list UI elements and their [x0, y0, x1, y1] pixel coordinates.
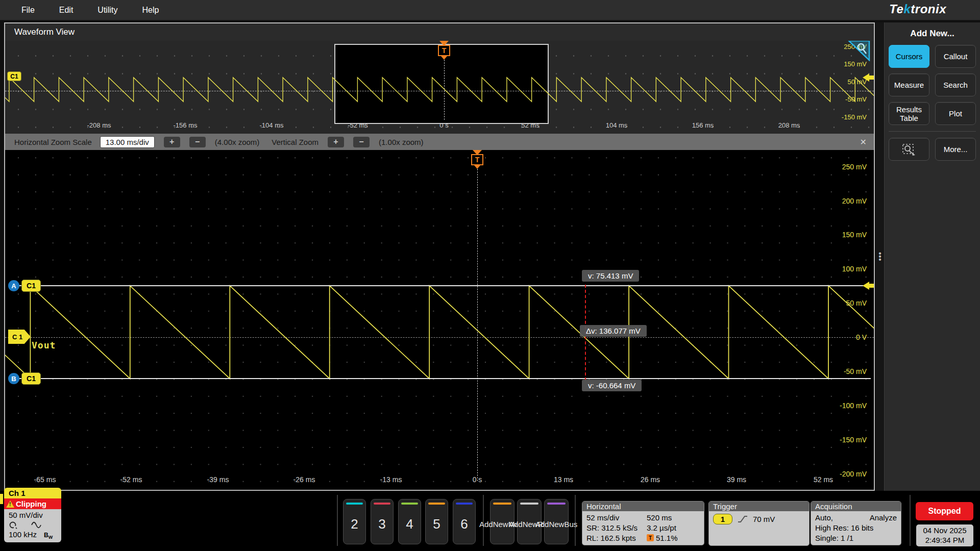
clipping-label: Clipping: [16, 499, 46, 508]
add-new-measure-button[interactable]: Measure: [889, 73, 929, 96]
horizontal-cell: T51.1%: [647, 534, 678, 542]
button-label: AddNewBus: [535, 505, 578, 544]
waveform-view-title: Waveform View: [5, 23, 874, 41]
channel-4-button[interactable]: 4: [398, 499, 421, 544]
channel-3-button[interactable]: 3: [371, 499, 394, 544]
v-zoom-factor: (1.00x zoom): [379, 138, 424, 146]
y-tick-label: -150 mV: [840, 436, 867, 444]
main-waveform-area[interactable]: T v: 75.413 mV Δv: 136.077 mV v: -60.664…: [5, 150, 874, 490]
x-tick-label: 0 s: [473, 475, 482, 484]
horizontal-title: Horizontal: [582, 502, 704, 511]
sidebar-button-grid: CursorsCalloutMeasureSearchResults Table…: [885, 45, 980, 125]
cursor-b-line[interactable]: [9, 378, 871, 379]
add-new-sidebar: Add New... CursorsCalloutMeasureSearchRe…: [884, 22, 980, 491]
run-stop-button[interactable]: Stopped: [916, 502, 973, 520]
y-tick-label: 250 mV: [842, 163, 867, 171]
y-tick-label: 0 V: [856, 333, 867, 341]
tektronix-logo: Tektronix: [889, 2, 946, 16]
channel-6-button[interactable]: 6: [453, 499, 476, 544]
cursor-b-badge[interactable]: B C1: [8, 372, 41, 385]
separator: [337, 495, 338, 546]
cursor-b-readout: v: -60.664 mV: [582, 380, 642, 391]
menu-item-edit[interactable]: Edit: [47, 0, 86, 20]
h-zoom-out-button[interactable]: −: [189, 137, 206, 147]
x-tick-label: 0 s: [439, 121, 448, 129]
x-tick-label: 208 ms: [778, 121, 800, 129]
x-tick-label: 52 ms: [521, 121, 539, 129]
overview-waveform-area[interactable]: T -208 ms-156 ms-104 ms-52 ms0 s52 ms104…: [5, 41, 874, 134]
trigger-panel[interactable]: Trigger 1 70 mV: [708, 501, 810, 546]
y-tick-label: -200 mV: [840, 470, 867, 478]
cursor-a-channel-badge: C1: [21, 280, 41, 292]
add-new-plot-button[interactable]: Plot: [935, 102, 976, 125]
overview-trigger-level-arrow[interactable]: [863, 73, 874, 82]
channel-5-button[interactable]: 5: [425, 499, 448, 544]
trigger-level-arrow-tail: [869, 76, 874, 80]
add-new-cursors-button[interactable]: Cursors: [889, 45, 929, 68]
add-new-results-table-button[interactable]: Results Table: [889, 102, 929, 125]
warning-icon: !: [6, 500, 14, 508]
bandwidth-limit-icon: BW: [44, 532, 53, 540]
horizontal-panel[interactable]: Horizontal 52 ms/div520 msSR: 312.5 kS/s…: [582, 501, 704, 545]
menu-item-file[interactable]: File: [9, 0, 47, 20]
rising-edge-icon: [738, 515, 748, 523]
channel-1-bandwidth: 100 kHz: [9, 530, 37, 539]
cursor-a-line[interactable]: [9, 285, 871, 286]
h-zoom-in-button[interactable]: +: [164, 137, 180, 147]
date-value: 04 Nov 2025: [916, 525, 973, 535]
x-tick-label: -65 ms: [34, 475, 56, 484]
more-button[interactable]: More...: [935, 138, 976, 161]
channel-number: 3: [378, 505, 385, 544]
horizontal-row: RL: 162.5 kptsT51.1%: [586, 533, 700, 543]
channel-1-badge[interactable]: Ch 1 ! Clipping 50 mV/div: [4, 488, 61, 542]
x-tick-label: -13 ms: [380, 475, 402, 484]
x-tick-label: -156 ms: [174, 121, 198, 129]
x-tick-label: -208 ms: [87, 121, 111, 129]
cursor-a-badge[interactable]: A C1: [8, 280, 41, 292]
x-tick-label: -104 ms: [260, 121, 284, 129]
datetime-display[interactable]: 04 Nov 2025 2:49:34 PM: [916, 524, 973, 546]
acquisition-resolution: High Res: 16 bits: [815, 522, 897, 533]
channel-number: 6: [460, 505, 468, 544]
trigger-t-tip-icon: [474, 165, 480, 169]
add-new-callout-button[interactable]: Callout: [935, 45, 976, 68]
overview-channel-badge[interactable]: C1: [7, 71, 21, 81]
v-zoom-out-button[interactable]: −: [353, 137, 370, 147]
bottom-bar: Ch 1 ! Clipping 50 mV/div: [0, 491, 980, 551]
y-tick-label: -100 mV: [840, 402, 867, 410]
overview-trigger-marker[interactable]: T: [437, 41, 451, 120]
cursor-b-channel-badge: C1: [21, 372, 41, 385]
channel-2-button[interactable]: 2: [343, 499, 366, 544]
time-value: 2:49:34 PM: [916, 535, 973, 545]
trigger-level-arrow-icon: [863, 73, 869, 82]
trigger-t-icon: T: [438, 45, 450, 56]
menu-item-help[interactable]: Help: [130, 0, 171, 20]
main-trigger-marker[interactable]: T: [470, 150, 484, 481]
close-zoom-icon[interactable]: ✕: [860, 137, 867, 147]
menu-item-utility[interactable]: Utility: [85, 0, 130, 20]
y-tick-label: 150 mV: [842, 231, 867, 239]
acquisition-analyze: Analyze: [870, 513, 897, 522]
v-zoom-in-button[interactable]: +: [328, 137, 344, 147]
horizontal-cell: 520 ms: [647, 513, 672, 522]
x-tick-label: 156 ms: [692, 121, 714, 129]
sidebar-divider: [889, 131, 976, 132]
cursor-b-label: B: [8, 373, 19, 384]
main-trigger-level-arrow[interactable]: [863, 282, 874, 290]
horizontal-cell: 52 ms/div: [586, 513, 647, 522]
add-new-bus-button[interactable]: AddNewBus: [544, 499, 569, 544]
x-tick-label: 39 ms: [727, 475, 746, 484]
panel-divider[interactable]: •••: [876, 22, 884, 491]
h-zoom-scale-input[interactable]: 13.00 ms/div: [100, 136, 155, 148]
y-tick-label: -50 mV: [845, 95, 867, 103]
overview-zoom-tool-icon[interactable]: [847, 41, 871, 63]
channel-number: 2: [351, 505, 358, 544]
horizontal-row: 52 ms/div520 ms: [586, 512, 700, 522]
trigger-t-tip-icon: [441, 56, 447, 60]
h-zoom-scale-label: Horizontal Zoom Scale: [14, 138, 92, 146]
zoom-select-icon: [901, 143, 917, 156]
add-new-search-button[interactable]: Search: [935, 73, 976, 96]
zoom-select-button[interactable]: [889, 138, 929, 161]
cursor-a-label: A: [8, 280, 19, 291]
acquisition-panel[interactable]: Acquisition Auto, Analyze High Res: 16 b…: [811, 501, 901, 545]
